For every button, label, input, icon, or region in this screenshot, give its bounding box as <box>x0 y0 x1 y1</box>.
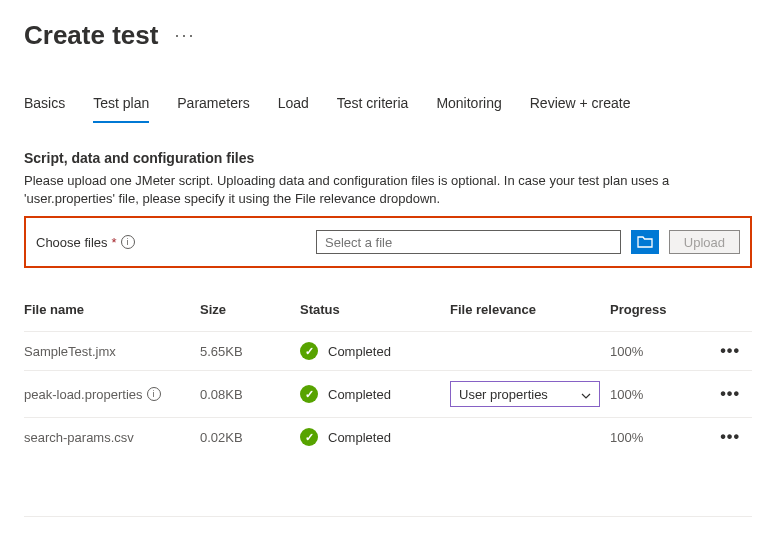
tab-test-plan[interactable]: Test plan <box>93 91 149 123</box>
file-name: search-params.csv <box>24 430 134 445</box>
file-status: ✓ Completed <box>300 342 450 360</box>
status-text: Completed <box>328 387 391 402</box>
file-name-cell: search-params.csv <box>24 430 200 445</box>
file-select-input[interactable] <box>316 230 621 254</box>
tab-test-criteria[interactable]: Test criteria <box>337 91 409 123</box>
file-relevance-cell: User properties <box>450 381 610 407</box>
file-progress: 100% <box>610 344 700 359</box>
file-size: 0.02KB <box>200 430 300 445</box>
tab-monitoring[interactable]: Monitoring <box>436 91 501 123</box>
page-title: Create test <box>24 20 158 51</box>
status-text: Completed <box>328 344 391 359</box>
page-header: Create test ··· <box>24 20 752 51</box>
file-name: SampleTest.jmx <box>24 344 116 359</box>
relevance-value: User properties <box>459 387 548 402</box>
file-name: peak-load.properties <box>24 387 143 402</box>
check-icon: ✓ <box>300 428 318 446</box>
choose-files-label: Choose files * i <box>36 235 306 250</box>
info-icon[interactable]: i <box>147 387 161 401</box>
check-icon: ✓ <box>300 385 318 403</box>
info-icon[interactable]: i <box>121 235 135 249</box>
footer-divider <box>24 516 752 517</box>
file-progress: 100% <box>610 430 700 445</box>
col-status: Status <box>300 302 450 317</box>
file-size: 0.08KB <box>200 387 300 402</box>
file-status: ✓ Completed <box>300 385 450 403</box>
file-status: ✓ Completed <box>300 428 450 446</box>
file-progress: 100% <box>610 387 700 402</box>
table-row: SampleTest.jmx 5.65KB ✓ Completed 100% •… <box>24 331 752 370</box>
row-more-icon[interactable]: ••• <box>700 385 740 403</box>
section-description: Please upload one JMeter script. Uploadi… <box>24 172 752 208</box>
tab-parameters[interactable]: Parameters <box>177 91 249 123</box>
section-title: Script, data and configuration files <box>24 150 752 166</box>
check-icon: ✓ <box>300 342 318 360</box>
folder-icon <box>637 234 653 250</box>
file-name-cell: peak-load.properties i <box>24 387 200 402</box>
more-actions-icon[interactable]: ··· <box>174 25 195 46</box>
tab-bar: Basics Test plan Parameters Load Test cr… <box>24 91 752 124</box>
file-size: 5.65KB <box>200 344 300 359</box>
files-table: File name Size Status File relevance Pro… <box>24 302 752 456</box>
table-header-row: File name Size Status File relevance Pro… <box>24 302 752 331</box>
row-more-icon[interactable]: ••• <box>700 428 740 446</box>
row-more-icon[interactable]: ••• <box>700 342 740 360</box>
file-relevance-select[interactable]: User properties <box>450 381 600 407</box>
file-upload-row: Choose files * i Upload <box>24 216 752 268</box>
tab-review-create[interactable]: Review + create <box>530 91 631 123</box>
choose-files-text: Choose files <box>36 235 108 250</box>
upload-button[interactable]: Upload <box>669 230 740 254</box>
browse-folder-button[interactable] <box>631 230 659 254</box>
col-size: Size <box>200 302 300 317</box>
table-row: search-params.csv 0.02KB ✓ Completed 100… <box>24 417 752 456</box>
chevron-down-icon <box>581 387 591 402</box>
file-name-cell: SampleTest.jmx <box>24 344 200 359</box>
status-text: Completed <box>328 430 391 445</box>
col-file-name: File name <box>24 302 200 317</box>
tab-load[interactable]: Load <box>278 91 309 123</box>
col-progress: Progress <box>610 302 700 317</box>
table-row: peak-load.properties i 0.08KB ✓ Complete… <box>24 370 752 417</box>
required-indicator: * <box>112 235 117 250</box>
col-relevance: File relevance <box>450 302 610 317</box>
tab-basics[interactable]: Basics <box>24 91 65 123</box>
